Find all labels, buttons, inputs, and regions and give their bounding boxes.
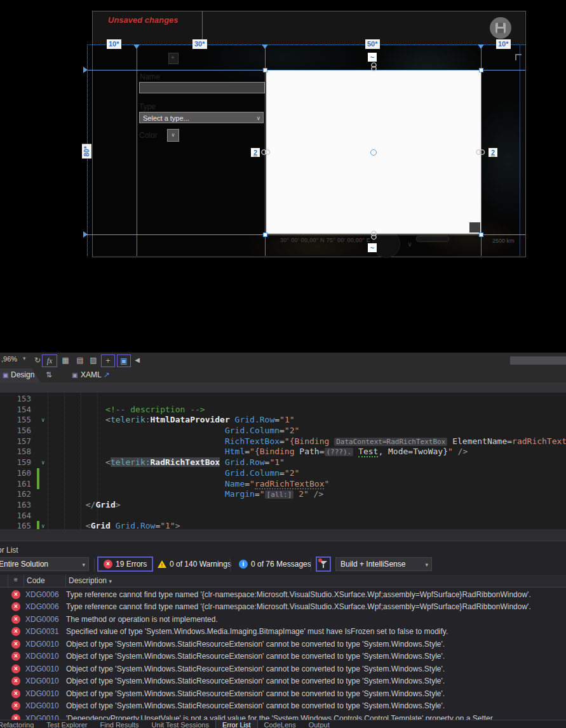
chain-link-icon[interactable] [260,149,271,158]
error-code[interactable]: XDG0031 [25,627,66,636]
bottom-tab-codelens[interactable]: CodeLens [258,720,302,728]
code-line[interactable]: 164 [0,511,566,522]
chevron-down-icon[interactable]: ▾ [23,355,26,361]
xaml-code-editor[interactable]: 153154 <!-- description -->155∨ <telerik… [0,393,566,529]
column-marker-icon[interactable] [133,44,140,49]
bottom-tab-refactoring[interactable]: Refactoring [0,720,40,728]
margin-top-auto-badge[interactable]: ~ [368,53,377,62]
error-code[interactable]: XDG0010 [25,677,66,685]
error-row[interactable]: ×XDG0031Specified value of type 'System.… [0,626,566,638]
severity-column-icon[interactable]: ≡ [8,575,24,587]
margin-right-badge[interactable]: 2 [489,148,497,157]
map-zoom-slider[interactable] [416,236,449,242]
effects-fx-button[interactable]: fx [42,354,57,367]
bottom-tab-find-results[interactable]: Find Results [93,720,145,728]
code-line[interactable]: 153 [0,394,566,405]
error-row[interactable]: ×XDG0010Object of type 'System.Windows.S… [0,663,566,675]
error-row[interactable]: ×XDG0010Object of type 'System.Windows.S… [0,650,566,663]
error-row[interactable]: ×XDG0006The method or operation is not i… [0,613,566,626]
chain-link-icon[interactable] [370,230,377,243]
snap-grid-button[interactable]: ▣ [117,354,131,367]
error-row[interactable]: ×XDG0010Object of type 'System.Windows.S… [0,687,566,700]
tab-xaml[interactable]: XAML [81,370,102,379]
error-code[interactable]: XDG0010 [25,701,66,710]
code-line[interactable]: 158 Html="{Binding Path=(???). Test, Mod… [0,447,566,457]
bottom-tab-error-list[interactable]: Error List [215,720,258,728]
code-line[interactable]: 156 Grid.Column="2" [0,426,566,436]
grid-column-line-4[interactable] [520,44,520,256]
chevron-down-icon[interactable]: ∨ [407,240,412,248]
checker-background-icon[interactable]: ▨ [88,354,98,366]
code-line[interactable]: 154 <!-- description --> [0,405,566,415]
popout-icon[interactable]: ↗ [104,370,110,379]
messages-filter-button[interactable]: i 0 of 76 Messages [234,556,316,572]
fold-chevron-icon[interactable]: ∨ [41,457,44,468]
code-lines[interactable]: 153154 <!-- description -->155∨ <telerik… [0,394,566,529]
element-center-anchor[interactable] [370,149,377,156]
show-grid-icon[interactable]: ▦ [60,354,71,366]
row-size-chip[interactable]: 80* [82,144,91,159]
error-row[interactable]: ×XDG0010Object of type 'System.Windows.S… [0,700,566,713]
selection-handle[interactable] [263,233,267,237]
designer-hscrollbar-thumb[interactable] [510,356,566,365]
chain-link-icon[interactable] [370,62,377,74]
tab-design[interactable]: Design [11,370,34,379]
column-ruler[interactable] [89,44,525,45]
code-line[interactable]: 161 Name="radRichTextBox" [0,479,566,490]
type-select[interactable]: Select a type... ∨ [139,112,264,123]
code-line[interactable]: 155∨ <telerik:HtmlDataProvider Grid.Row=… [0,415,566,426]
selection-handle[interactable] [263,68,267,72]
error-row[interactable]: ×XDG0010Object of type 'System.Windows.S… [0,675,566,688]
resize-grip[interactable] [469,222,480,233]
column-size-chip-3[interactable]: 10* [496,39,511,49]
selection-handle[interactable] [479,68,483,72]
margin-left-badge[interactable]: 2 [251,148,260,157]
color-select[interactable]: ∨ [167,129,179,142]
column-header-description[interactable]: Description ▾ [66,575,566,587]
grid-dots-icon[interactable]: ▤ [75,354,85,366]
filter-mode-dropdown[interactable]: Build + IntelliSense ▾ [335,557,432,571]
error-code[interactable]: XDG0010 [25,664,66,673]
filter-button[interactable] [316,556,331,572]
code-line[interactable]: 165∨ <Grid Grid.Row="1"> [0,521,566,529]
error-code[interactable]: XDG0010 [25,652,66,661]
row-marker-icon[interactable] [83,231,88,238]
code-line[interactable]: 157 RichTextBox="{Binding DataContext=Ra… [0,436,566,447]
column-marker-icon[interactable] [262,44,268,49]
column-size-chip-0[interactable]: 10* [107,39,121,49]
bottom-tab-output[interactable]: Output [302,720,336,728]
snap-lines-button[interactable]: + [101,354,115,367]
designer-zoom-value[interactable]: ,96% [1,355,17,363]
fold-chevron-icon[interactable]: ∨ [41,521,44,529]
error-row[interactable]: ×XDG0006Type reference cannot find type … [0,601,566,614]
error-row[interactable]: ×XDG0006Type reference cannot find type … [0,588,566,601]
code-line[interactable]: 160 Grid.Column="2" [0,468,566,479]
error-code[interactable]: XDG0006 [25,590,66,599]
warnings-filter-button[interactable]: ! 0 of 140 Warnings [152,556,236,572]
error-row[interactable]: ×XDG0010Object of type 'System.Windows.S… [0,638,566,650]
selection-handle[interactable] [479,233,483,237]
column-marker-icon[interactable] [478,44,484,49]
swap-panes-button[interactable]: ⇅ [46,370,52,379]
margin-bottom-auto-badge[interactable]: ~ [368,243,377,252]
bottom-tab-test-explorer[interactable]: Test Explorer [40,720,93,728]
refresh-icon[interactable]: ↻ [33,354,42,366]
error-code[interactable]: XDG0010 [25,640,66,649]
code-line[interactable]: 162 Margin="[all:] 2" /> [0,489,566,500]
code-line[interactable]: 159∨ <telerik:RadRichTextBox Grid.Row="1… [0,457,566,468]
scope-dropdown[interactable]: Entire Solution ▾ [0,557,89,571]
save-button[interactable] [490,17,511,39]
column-size-chip-1[interactable]: 30* [192,39,207,49]
column-size-chip-2[interactable]: 50* [365,39,380,49]
column-header-code[interactable]: Code [24,575,66,587]
row-marker-icon[interactable] [83,67,88,73]
collapse-arrow-icon[interactable]: ◀ [133,354,141,366]
grid-column-line-1[interactable] [137,44,137,256]
error-code[interactable]: XDG0006 [25,602,66,611]
chain-link-icon[interactable] [475,149,486,158]
error-code[interactable]: XDG0006 [25,615,66,624]
bottom-tab-unit-test-sessions[interactable]: Unit Test Sessions [145,720,215,728]
grid-row-line-top[interactable] [84,70,525,71]
name-input[interactable] [139,82,265,93]
error-code[interactable]: XDG0010 [25,689,66,698]
